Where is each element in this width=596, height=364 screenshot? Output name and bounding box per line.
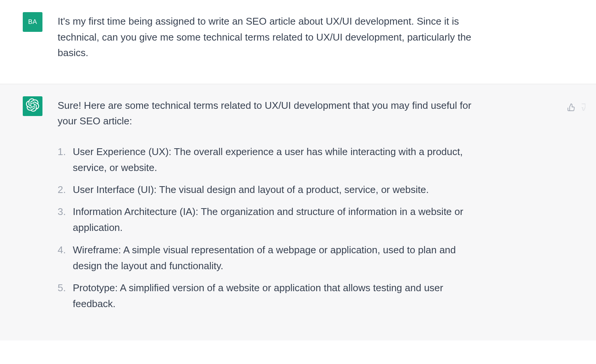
list-item: User Experience (UX): The overall experi… — [58, 144, 475, 176]
user-message-text: It's my first time being assigned to wri… — [58, 14, 475, 61]
message-actions — [566, 103, 585, 113]
terms-list: User Experience (UX): The overall experi… — [58, 144, 475, 312]
thumbs-down-button[interactable] — [582, 103, 585, 113]
list-item: User Interface (UI): The visual design a… — [58, 182, 475, 198]
thumbs-up-button[interactable] — [566, 103, 576, 113]
user-avatar: BA — [23, 12, 42, 32]
thumbs-up-icon — [567, 103, 576, 113]
user-avatar-initials: BA — [28, 18, 37, 26]
assistant-avatar — [23, 96, 42, 116]
user-message-content: It's my first time being assigned to wri… — [58, 12, 475, 61]
thumbs-down-icon — [582, 103, 585, 113]
list-item: Prototype: A simplified version of a web… — [58, 280, 475, 312]
assistant-intro-text: Sure! Here are some technical terms rela… — [58, 98, 475, 129]
assistant-message-block: Sure! Here are some technical terms rela… — [0, 84, 596, 340]
openai-logo-icon — [26, 98, 39, 114]
list-item: Wireframe: A simple visual representatio… — [58, 242, 475, 274]
user-message-block: BA It's my first time being assigned to … — [0, 0, 596, 84]
list-item: Information Architecture (IA): The organ… — [58, 204, 475, 235]
assistant-message-content: Sure! Here are some technical terms rela… — [58, 96, 475, 318]
